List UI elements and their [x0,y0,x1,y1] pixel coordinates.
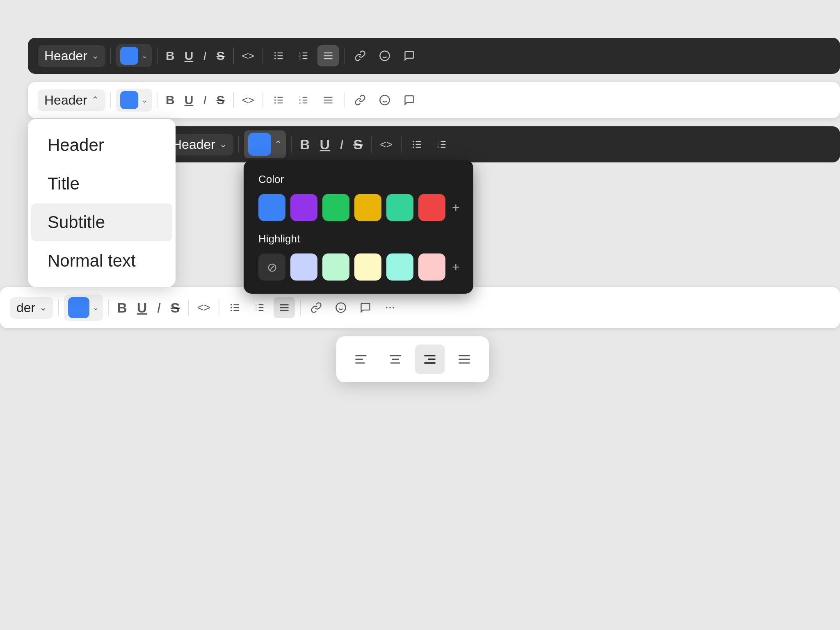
link-btn-1[interactable] [349,45,371,66]
code-btn-2[interactable]: <> [239,91,258,109]
style-picker-1[interactable]: Header ⌄ [38,45,105,67]
italic-btn-1[interactable]: I [200,46,210,65]
separator-t3-4 [401,136,402,153]
dropdown-item-title[interactable]: Title [31,165,172,203]
strikethrough-btn-3[interactable]: S [350,134,366,155]
chevron-up-icon-2: ⌃ [91,95,99,105]
color-swatch-purple[interactable] [290,194,317,221]
emoji-btn-4[interactable] [330,297,352,318]
style-picker-2[interactable]: Header ⌃ [38,89,105,111]
numbered-list-btn-1[interactable]: 123 [293,45,314,66]
bold-btn-3[interactable]: B [297,134,313,155]
chevron-color-2: ⌄ [142,96,148,105]
separator-t4-4 [219,299,219,316]
comment-btn-2[interactable] [399,89,420,111]
link-btn-4[interactable] [306,297,327,318]
color-swatch-2 [120,91,138,109]
color-swatch-green[interactable] [322,194,349,221]
color-btn-3[interactable]: ⌃ [244,130,286,158]
bullet-list-btn-3[interactable] [406,134,428,155]
code-btn-1[interactable]: <> [239,47,258,65]
svg-point-51 [231,304,232,306]
bold-btn-2[interactable]: B [162,91,178,110]
align-btn-1[interactable] [317,45,339,66]
more-btn-4[interactable] [379,297,401,318]
dropdown-item-normal[interactable]: Normal text [31,242,172,280]
chevron-color-1: ⌄ [142,51,148,60]
strikethrough-btn-1[interactable]: S [213,46,228,65]
highlight-swatch-cream[interactable] [354,253,381,281]
numbered-list-btn-4[interactable]: 123 [249,297,270,318]
color-btn-2[interactable]: ⌄ [116,89,152,112]
svg-point-15 [380,51,389,60]
highlight-swatches-row: ⊘ + [258,253,459,281]
numbered-list-btn-2[interactable]: 123 [293,89,314,111]
align-justify-btn[interactable] [450,345,479,374]
color-swatch-blue[interactable] [258,194,285,221]
svg-point-23 [274,102,276,104]
underline-btn-1[interactable]: U [181,46,197,65]
highlight-swatch-pink[interactable] [418,253,445,281]
color-swatch-teal[interactable] [386,194,413,221]
add-color-btn[interactable]: + [452,199,460,217]
align-btn-4[interactable] [274,297,295,318]
code-btn-3[interactable]: <> [377,136,395,153]
strikethrough-btn-2[interactable]: S [213,91,228,110]
underline-btn-2[interactable]: U [181,91,197,110]
italic-btn-2[interactable]: I [200,91,210,110]
align-btn-2[interactable] [317,89,339,111]
strikethrough-btn-4[interactable]: S [167,297,183,318]
separator-t4-5 [300,299,301,316]
numbered-list-btn-3[interactable]: 123 [431,134,452,155]
style-picker-3-label: Header [172,137,215,152]
bullet-list-btn-4[interactable] [224,297,246,318]
code-btn-4[interactable]: <> [194,299,214,317]
emoji-btn-2[interactable] [374,89,395,111]
toolbar-2: Header ⌃ ⌄ B U I S <> 123 [28,82,840,118]
highlight-section-title: Highlight [258,233,459,245]
add-highlight-btn[interactable]: + [452,258,460,276]
align-left-btn[interactable] [346,345,376,374]
svg-text:3: 3 [299,57,301,60]
separator-t3-3 [371,136,372,153]
no-highlight-btn[interactable]: ⊘ [258,253,285,281]
comment-btn-1[interactable] [399,45,420,66]
style-picker-1-label: Header [44,48,87,64]
comment-btn-4[interactable] [355,297,376,318]
svg-point-41 [413,146,414,148]
chevron-down-icon-3: ⌄ [219,139,227,150]
separator-t2-3 [233,92,234,108]
separator-t2-4 [262,92,263,108]
color-btn-1[interactable]: ⌄ [116,44,152,67]
align-center-btn[interactable] [381,345,410,374]
separator-t2-5 [344,92,345,108]
italic-btn-3[interactable]: I [336,134,347,155]
color-swatch-yellow[interactable] [354,194,381,221]
highlight-swatch-aqua[interactable] [386,253,413,281]
svg-text:2: 2 [299,99,301,101]
style-picker-3[interactable]: Header ⌄ [166,134,233,155]
style-picker-4[interactable]: der ⌄ [10,297,53,319]
color-swatch-red[interactable] [418,194,445,221]
bold-btn-4[interactable]: B [114,297,130,318]
svg-point-3 [274,52,276,54]
color-swatch-4 [68,297,89,318]
dropdown-item-subtitle[interactable]: Subtitle [31,203,172,241]
bold-btn-1[interactable]: B [162,46,178,65]
color-btn-4[interactable]: ⌄ [64,294,103,321]
italic-btn-4[interactable]: I [153,297,164,318]
emoji-btn-1[interactable] [374,45,395,66]
underline-btn-3[interactable]: U [317,134,333,155]
svg-point-39 [413,141,414,142]
link-btn-2[interactable] [349,89,371,111]
underline-btn-4[interactable]: U [134,297,151,318]
dropdown-item-header[interactable]: Header [31,126,172,164]
toolbar-1: Header ⌄ ⌄ B U I S <> 123 [28,38,840,74]
align-right-btn[interactable] [415,345,445,374]
highlight-swatch-mint[interactable] [322,253,349,281]
svg-point-22 [274,99,276,101]
highlight-swatch-lavender[interactable] [290,253,317,281]
bullet-list-btn-1[interactable] [268,45,290,66]
chevron-color-4: ⌄ [93,303,99,312]
bullet-list-btn-2[interactable] [268,89,290,111]
